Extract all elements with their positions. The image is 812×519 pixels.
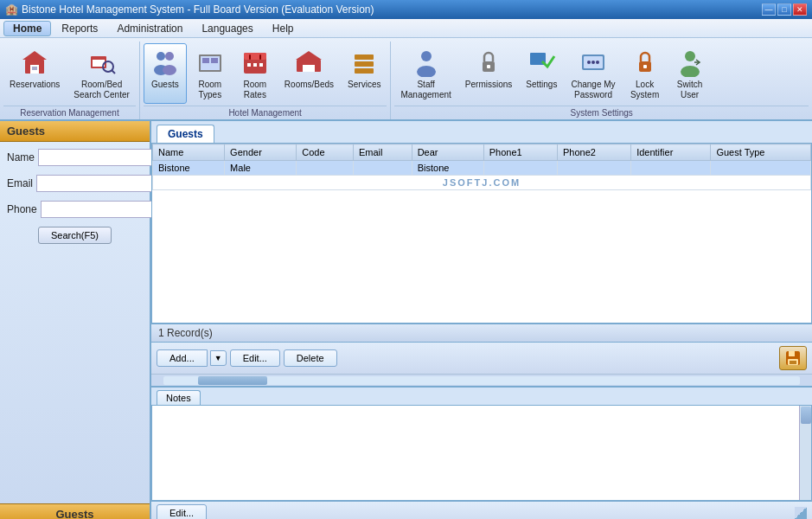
svg-point-8 bbox=[157, 52, 165, 61]
title-bar: 🏨 Bistone Hotel Management System - Full… bbox=[0, 0, 812, 19]
svg-point-41 bbox=[685, 51, 695, 61]
svg-rect-45 bbox=[789, 351, 795, 356]
table-row-watermark: JSOFTJ.COM bbox=[153, 176, 811, 190]
guests-icon bbox=[150, 47, 181, 78]
ribbon-btn-permissions[interactable]: Permissions bbox=[459, 43, 518, 104]
svg-rect-40 bbox=[643, 65, 647, 68]
email-input[interactable] bbox=[36, 175, 163, 192]
notes-action-bar: Edit... bbox=[151, 501, 812, 519]
svg-marker-24 bbox=[296, 51, 322, 60]
room-bed-search-icon bbox=[86, 47, 118, 78]
ribbon-group-system: StaffManagement Permissions bbox=[391, 42, 812, 119]
form-row-name: Name bbox=[7, 149, 143, 166]
name-input[interactable] bbox=[38, 149, 164, 166]
col-gender: Gender bbox=[225, 144, 297, 161]
notes-edit-button[interactable]: Edit... bbox=[157, 504, 207, 519]
cell-guest-type bbox=[711, 161, 811, 176]
col-phone1: Phone1 bbox=[483, 144, 557, 161]
cell-email bbox=[353, 161, 412, 176]
cell-phone2 bbox=[557, 161, 630, 176]
menu-home[interactable]: Home bbox=[3, 21, 51, 36]
switch-user-icon bbox=[675, 47, 706, 78]
notes-tab[interactable]: Notes bbox=[157, 390, 201, 405]
resize-corner[interactable] bbox=[795, 507, 807, 519]
ribbon-group-hotel-items: Guests RoomTypes bbox=[144, 43, 387, 104]
close-button[interactable]: ✕ bbox=[793, 3, 807, 16]
permissions-label: Permissions bbox=[465, 80, 512, 90]
svg-rect-17 bbox=[244, 53, 266, 60]
horizontal-scrollbar bbox=[151, 374, 812, 386]
name-label: Name bbox=[7, 151, 35, 163]
services-icon bbox=[348, 47, 380, 78]
svg-rect-32 bbox=[487, 65, 490, 68]
form-row-email: Email bbox=[7, 175, 143, 192]
col-guest-type: Guest Type bbox=[711, 144, 811, 161]
ribbon-btn-settings[interactable]: Settings bbox=[520, 43, 563, 104]
svg-rect-18 bbox=[247, 63, 251, 67]
add-split-button[interactable]: ▼ bbox=[210, 350, 227, 366]
phone-input[interactable] bbox=[41, 201, 167, 218]
cell-identifier bbox=[631, 161, 711, 176]
reservations-icon bbox=[19, 47, 50, 78]
data-table-wrap: Name Gender Code Email Dear Phone1 Phone… bbox=[151, 143, 812, 324]
menu-reports[interactable]: Reports bbox=[53, 21, 106, 36]
ribbon-btn-change-password[interactable]: Change MyPassword bbox=[565, 43, 621, 104]
svg-rect-22 bbox=[259, 54, 261, 60]
ribbon-group-reservation: Reservations Room/BedSearch Center Reser… bbox=[0, 42, 140, 119]
add-button[interactable]: Add... bbox=[157, 349, 208, 367]
menu-help[interactable]: Help bbox=[264, 21, 303, 36]
menu-administration[interactable]: Administration bbox=[108, 21, 191, 36]
svg-point-10 bbox=[165, 52, 174, 61]
ribbon-btn-switch-user[interactable]: SwitchUser bbox=[668, 43, 712, 104]
edit-button[interactable]: Edit... bbox=[230, 349, 280, 367]
notes-tab-strip: Notes bbox=[151, 388, 812, 405]
svg-rect-3 bbox=[32, 67, 37, 70]
title-bar-title: Bistone Hotel Management System - Full B… bbox=[22, 3, 374, 16]
svg-point-42 bbox=[681, 66, 700, 77]
svg-marker-1 bbox=[22, 51, 47, 60]
tab-guests[interactable]: Guests bbox=[157, 125, 214, 143]
col-code: Code bbox=[297, 144, 354, 161]
svg-rect-47 bbox=[790, 361, 796, 364]
save-button[interactable] bbox=[779, 346, 807, 370]
settings-label: Settings bbox=[526, 80, 557, 90]
email-label: Email bbox=[7, 177, 33, 189]
maximize-button[interactable]: □ bbox=[777, 3, 791, 16]
ribbon-btn-room-bed-search[interactable]: Room/BedSearch Center bbox=[67, 43, 135, 104]
ribbon-btn-room-rates[interactable]: RoomRates bbox=[233, 43, 277, 104]
svg-rect-14 bbox=[202, 58, 209, 63]
ribbon-btn-room-types[interactable]: RoomTypes bbox=[189, 43, 232, 104]
ribbon-group-hotel: Guests RoomTypes bbox=[140, 42, 392, 119]
col-name: Name bbox=[153, 144, 225, 161]
minimize-button[interactable]: — bbox=[762, 3, 776, 16]
menu-languages[interactable]: Languages bbox=[193, 21, 261, 36]
col-phone2: Phone2 bbox=[557, 144, 630, 161]
lock-system-label: LockSystem bbox=[630, 80, 659, 100]
change-password-label: Change MyPassword bbox=[571, 80, 615, 100]
permissions-icon bbox=[473, 47, 504, 78]
notes-panel: Notes Edit... bbox=[151, 386, 812, 519]
notes-scroll-thumb[interactable] bbox=[801, 407, 811, 424]
table-tab-strip: Guests bbox=[151, 121, 812, 143]
ribbon-btn-services[interactable]: Services bbox=[342, 43, 387, 104]
ribbon-group-reservation-items: Reservations Room/BedSearch Center bbox=[3, 43, 136, 104]
reservations-label: Reservations bbox=[10, 80, 60, 90]
cell-name: Bistone bbox=[153, 161, 225, 176]
room-bed-search-label: Room/BedSearch Center bbox=[74, 80, 129, 100]
table-row[interactable]: Bistone Male Bistone bbox=[153, 161, 811, 176]
search-button[interactable]: Search(F5) bbox=[38, 227, 112, 244]
rooms-beds-icon bbox=[293, 47, 324, 78]
ribbon-btn-lock-system[interactable]: LockSystem bbox=[623, 43, 667, 104]
ribbon-btn-reservations[interactable]: Reservations bbox=[3, 43, 66, 104]
staff-label: StaffManagement bbox=[400, 80, 451, 100]
ribbon-btn-staff[interactable]: StaffManagement bbox=[394, 43, 457, 104]
ribbon-btn-guests[interactable]: Guests bbox=[144, 43, 187, 104]
guests-label: Guests bbox=[151, 80, 179, 90]
ribbon: Reservations Room/BedSearch Center Reser… bbox=[0, 38, 812, 121]
ribbon-group-system-label: System Settings bbox=[394, 106, 809, 119]
delete-button[interactable]: Delete bbox=[284, 349, 337, 367]
svg-rect-28 bbox=[355, 68, 374, 74]
ribbon-btn-rooms-beds[interactable]: Rooms/Beds bbox=[278, 43, 340, 104]
hscroll-thumb[interactable] bbox=[198, 376, 267, 385]
switch-user-label: SwitchUser bbox=[677, 80, 702, 100]
